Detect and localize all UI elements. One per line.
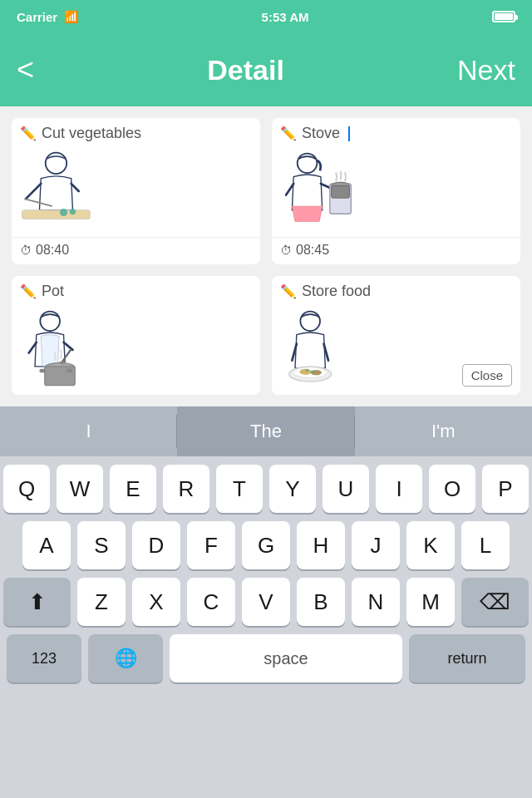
key-Z[interactable]: Z xyxy=(77,578,126,626)
key-X[interactable]: X xyxy=(132,578,180,626)
pred-item-The[interactable]: The xyxy=(177,406,354,456)
card-stove[interactable]: ✏️ Stove xyxy=(272,118,520,264)
pencil-icon-3: ✏️ xyxy=(20,283,37,299)
keyboard: Q W E R T Y U I O P A S D F G H J K L ⬆ … xyxy=(0,456,532,682)
key-K[interactable]: K xyxy=(406,521,455,569)
pred-item-Im[interactable]: I'm xyxy=(355,406,532,456)
key-L[interactable]: L xyxy=(461,521,510,569)
keyboard-row-2: A S D F G H J K L xyxy=(3,521,529,569)
key-J[interactable]: J xyxy=(352,521,400,569)
svg-point-19 xyxy=(306,369,309,372)
time-label: 08:40 xyxy=(36,243,69,258)
svg-rect-1 xyxy=(22,210,91,219)
clock-icon: ⏱ xyxy=(20,244,32,257)
key-V[interactable]: V xyxy=(242,578,290,626)
pred-item-I[interactable]: I xyxy=(0,406,177,456)
key-S[interactable]: S xyxy=(77,521,126,569)
key-C[interactable]: C xyxy=(187,578,235,626)
card-label: Store food xyxy=(302,283,371,300)
key-M[interactable]: M xyxy=(406,578,455,626)
key-R[interactable]: R xyxy=(163,465,209,513)
pencil-icon-2: ✏️ xyxy=(280,126,297,141)
key-O[interactable]: O xyxy=(429,465,475,513)
key-Y[interactable]: Y xyxy=(269,465,316,513)
key-E[interactable]: E xyxy=(110,465,156,513)
next-button[interactable]: Next xyxy=(457,54,515,86)
card-image-cut-vegetables xyxy=(12,145,260,237)
key-H[interactable]: H xyxy=(297,521,345,569)
pencil-icon-4: ✏️ xyxy=(280,283,297,299)
key-B[interactable]: B xyxy=(297,578,345,626)
card-time-stove: ⏱ 08:45 xyxy=(272,237,520,264)
status-bar: Carrier 📶 5:53 AM xyxy=(0,0,532,33)
keyboard-row-3: ⬆ Z X C V B N M ⌫ xyxy=(3,578,529,626)
key-A[interactable]: A xyxy=(22,521,71,569)
card-title-store-food: ✏️ Store food xyxy=(272,276,520,303)
carrier-label: Carrier xyxy=(17,10,57,24)
card-pot[interactable]: ✏️ Pot xyxy=(12,276,260,395)
space-key[interactable]: space xyxy=(170,634,402,682)
clock-icon-2: ⏱ xyxy=(280,244,292,257)
svg-point-2 xyxy=(60,209,67,216)
card-title-cut-vegetables: ✏️ Cut vegetables xyxy=(12,118,260,145)
status-left: Carrier 📶 xyxy=(17,10,78,24)
card-image-pot xyxy=(12,303,260,395)
content-grid: ✏️ Cut vegetables ⏱ xyxy=(0,106,532,406)
back-button[interactable]: < xyxy=(17,55,34,85)
card-label: Cut vegetables xyxy=(42,125,141,142)
svg-point-17 xyxy=(299,369,312,375)
keyboard-row-1: Q W E R T Y U I O P xyxy=(3,465,529,513)
card-label: Pot xyxy=(42,283,64,300)
card-title-pot: ✏️ Pot xyxy=(12,276,260,303)
card-time-cut-vegetables: ⏱ 08:40 xyxy=(12,237,260,264)
key-W[interactable]: W xyxy=(57,465,103,513)
page-title: Detail xyxy=(207,54,284,86)
svg-rect-11 xyxy=(39,369,45,373)
card-image-stove xyxy=(272,145,520,237)
status-right xyxy=(492,11,515,22)
key-Q[interactable]: Q xyxy=(3,465,50,513)
key-N[interactable]: N xyxy=(352,578,400,626)
time-label: 08:45 xyxy=(296,243,329,258)
keyboard-bottom-row: 123 🌐 space return xyxy=(3,634,529,682)
card-label: Stove xyxy=(302,125,340,142)
key-D[interactable]: D xyxy=(132,521,180,569)
shift-key[interactable]: ⬆ xyxy=(3,578,71,626)
status-time: 5:53 AM xyxy=(262,10,309,24)
svg-point-20 xyxy=(311,370,314,373)
predictive-bar: I The I'm xyxy=(0,406,532,456)
key-U[interactable]: U xyxy=(323,465,369,513)
close-button[interactable]: Close xyxy=(462,364,512,387)
text-cursor xyxy=(348,126,350,141)
return-key[interactable]: return xyxy=(409,634,525,682)
svg-rect-7 xyxy=(332,186,350,199)
svg-point-13 xyxy=(59,362,65,365)
key-I[interactable]: I xyxy=(376,465,422,513)
card-store-food[interactable]: ✏️ Store food xyxy=(272,276,520,395)
pencil-icon: ✏️ xyxy=(20,126,37,141)
key-F[interactable]: F xyxy=(187,521,235,569)
card-cut-vegetables[interactable]: ✏️ Cut vegetables ⏱ xyxy=(12,118,260,264)
battery-icon xyxy=(492,11,515,22)
globe-key[interactable]: 🌐 xyxy=(88,634,163,682)
key-P[interactable]: P xyxy=(482,465,529,513)
svg-point-3 xyxy=(70,209,76,214)
nav-bar: < Detail Next xyxy=(0,33,532,106)
wifi-icon: 📶 xyxy=(64,10,78,23)
key-G[interactable]: G xyxy=(242,521,290,569)
card-title-stove: ✏️ Stove xyxy=(272,118,520,145)
key-T[interactable]: T xyxy=(216,465,263,513)
svg-rect-12 xyxy=(66,369,72,373)
num-key[interactable]: 123 xyxy=(7,634,81,682)
backspace-key[interactable]: ⌫ xyxy=(461,578,529,626)
